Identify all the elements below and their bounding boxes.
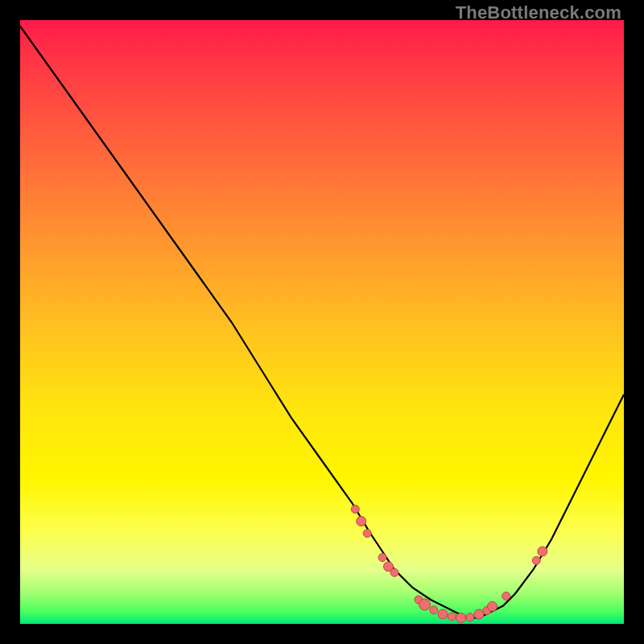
- data-marker: [357, 517, 366, 526]
- bottleneck-curve: [20, 27, 624, 618]
- curve-markers: [351, 506, 547, 623]
- data-marker: [438, 609, 448, 619]
- data-marker: [430, 606, 438, 614]
- data-marker: [474, 609, 484, 619]
- data-marker: [532, 556, 540, 564]
- data-marker: [456, 613, 466, 623]
- data-marker: [378, 554, 386, 562]
- data-marker: [419, 599, 431, 610]
- data-marker: [363, 530, 371, 538]
- data-marker: [488, 601, 497, 611]
- data-marker: [448, 613, 456, 621]
- data-marker: [538, 547, 547, 556]
- data-marker: [502, 592, 510, 601]
- data-marker: [351, 506, 359, 514]
- data-marker: [390, 568, 398, 576]
- data-marker: [466, 613, 474, 621]
- chart-svg: [20, 20, 624, 624]
